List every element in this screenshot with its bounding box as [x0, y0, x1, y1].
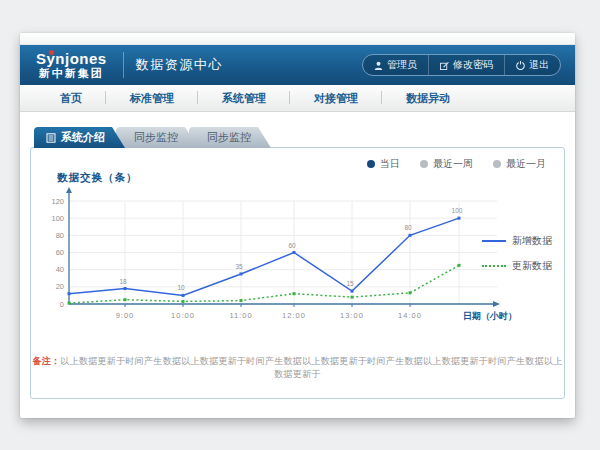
power-icon [516, 61, 525, 70]
nav-item-interface-mgmt[interactable]: 对接管理 [290, 85, 382, 111]
app-window: Synjones 新中新集团 数据资源中心 管理员 修改密码 [20, 33, 575, 418]
tab-label: 同步监控 [134, 130, 178, 145]
data-point [293, 292, 296, 295]
data-point [124, 287, 127, 290]
x-tick-label: 12:00 [282, 311, 306, 320]
logout-label: 退出 [529, 58, 549, 72]
x-tick-label: 14:00 [398, 311, 422, 320]
remark-text: 以上数据更新于时间产生数据以上数据更新于时间产生数据以上数据更新于时间产生数据以… [60, 356, 562, 379]
legend-update-data: 更新数据 [482, 259, 552, 273]
chart-panel: 当日 最近一周 最近一月 数据交换（条） 0204060801001209:00… [30, 147, 565, 399]
legend-line-solid [482, 240, 506, 242]
document-icon [46, 133, 56, 143]
app-header: Synjones 新中新集团 数据资源中心 管理员 修改密码 [20, 45, 575, 85]
app-title: 数据资源中心 [136, 56, 223, 74]
remark-prefix: 备注： [32, 356, 60, 366]
data-point [351, 290, 354, 293]
data-label: 100 [452, 207, 463, 214]
data-point [293, 251, 296, 254]
nav-item-standard-mgmt[interactable]: 标准管理 [106, 85, 198, 111]
data-point [182, 294, 185, 297]
y-tick-label: 60 [56, 248, 64, 257]
y-axis-arrow [66, 187, 72, 193]
x-tick-label: 13:00 [340, 311, 364, 320]
user-menu: 管理员 修改密码 退出 [362, 54, 561, 76]
data-point [240, 299, 243, 302]
y-tick-label: 0 [60, 300, 64, 309]
data-point [458, 264, 461, 267]
y-tick-label: 120 [51, 197, 64, 206]
data-label: 60 [288, 242, 296, 249]
data-point [182, 300, 185, 303]
radio-label: 最近一周 [433, 157, 473, 171]
x-axis-title: 日期（小时） [463, 311, 517, 321]
radio-dot-selected [367, 160, 375, 168]
radio-label: 当日 [380, 157, 400, 171]
data-label: 80 [404, 224, 412, 231]
data-label: 15 [346, 280, 354, 287]
change-password-label: 修改密码 [453, 58, 493, 72]
x-tick-label: 9:00 [116, 311, 135, 320]
y-tick-label: 20 [56, 282, 64, 291]
radio-dot [420, 160, 428, 168]
content-area: 系统介绍 同步监控 同步监控 当日 最近一周 [20, 112, 575, 417]
data-point [68, 292, 71, 295]
desktop: { "header": { "logo_text": "Synjones", "… [0, 0, 600, 450]
series-legend: 新增数据 更新数据 [482, 234, 552, 284]
y-tick-label: 80 [56, 231, 64, 240]
data-point [409, 234, 412, 237]
legend-label: 更新数据 [512, 259, 552, 273]
user-label: 管理员 [387, 58, 417, 72]
tab-system-intro[interactable]: 系统介绍 [34, 127, 125, 148]
app-logo: Synjones 新中新集团 [32, 51, 111, 79]
data-point [351, 296, 354, 299]
nav-item-system-mgmt[interactable]: 系统管理 [198, 85, 290, 111]
data-label: 10 [177, 284, 185, 291]
line-chart: 0204060801001209:0010:0011:0012:0013:001… [47, 186, 537, 348]
data-point [68, 302, 71, 305]
tab-sync-monitor-2[interactable]: 同步监控 [189, 127, 271, 148]
radio-label: 最近一月 [506, 157, 546, 171]
radio-option-last-month[interactable]: 最近一月 [493, 157, 546, 171]
edit-icon [440, 61, 449, 70]
user-icon [374, 61, 383, 70]
series-line-1 [69, 265, 459, 303]
y-tick-label: 40 [56, 265, 64, 274]
header-divider [123, 52, 124, 78]
tab-sync-monitor-1[interactable]: 同步监控 [116, 127, 198, 148]
logo-red-dot-icon [49, 50, 54, 55]
logo-subtext: 新中新集团 [36, 68, 107, 79]
nav-item-home[interactable]: 首页 [36, 85, 106, 111]
tab-label: 系统介绍 [61, 130, 105, 145]
logout-button[interactable]: 退出 [504, 55, 560, 75]
series-line-0 [69, 218, 459, 295]
x-axis-arrow [493, 301, 500, 307]
change-password-button[interactable]: 修改密码 [428, 55, 504, 75]
x-tick-label: 10:00 [171, 311, 195, 320]
data-label: 18 [119, 278, 127, 285]
tab-bar: 系统介绍 同步监控 同步监控 [34, 127, 271, 148]
nav-item-data-change[interactable]: 数据异动 [382, 85, 474, 111]
radio-option-last-week[interactable]: 最近一周 [420, 157, 473, 171]
y-axis-title: 数据交换（条） [57, 171, 138, 185]
data-point [458, 217, 461, 220]
user-button[interactable]: 管理员 [363, 55, 428, 75]
data-label: 35 [235, 263, 243, 270]
window-title-strip [20, 33, 575, 45]
main-nav: 首页 标准管理 系统管理 对接管理 数据异动 [20, 85, 575, 112]
y-tick-label: 100 [51, 214, 64, 223]
logo-text: Synjones [36, 51, 107, 66]
legend-label: 新增数据 [512, 234, 552, 248]
x-tick-label: 11:00 [229, 311, 252, 320]
data-point [409, 291, 412, 294]
legend-line-dotted [482, 265, 506, 267]
legend-new-data: 新增数据 [482, 234, 552, 248]
radio-dot [493, 160, 501, 168]
remark-note: 备注：以上数据更新于时间产生数据以上数据更新于时间产生数据以上数据更新于时间产生… [31, 355, 564, 381]
tab-label: 同步监控 [207, 130, 251, 145]
data-point [124, 298, 127, 301]
time-range-filter: 当日 最近一周 最近一月 [367, 157, 546, 171]
data-point [240, 272, 243, 275]
radio-option-today[interactable]: 当日 [367, 157, 400, 171]
chart-svg: 0204060801001209:0010:0011:0012:0013:001… [47, 186, 537, 348]
